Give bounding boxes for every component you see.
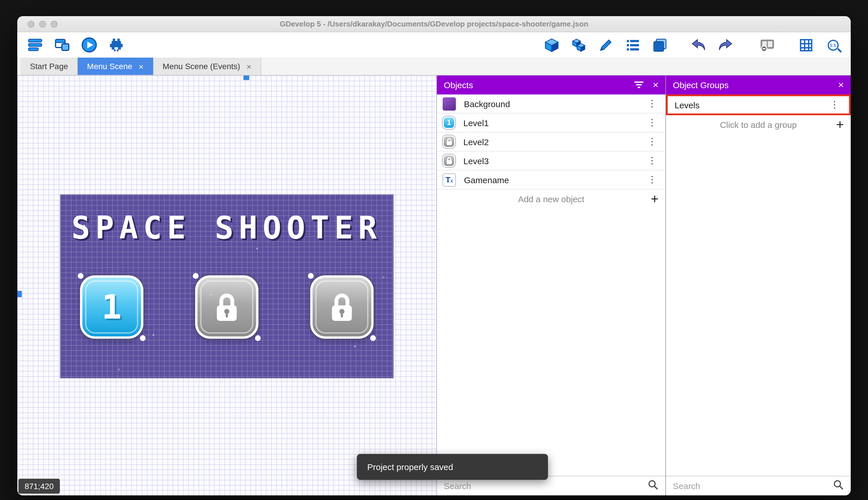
- instances-list-icon: [625, 38, 640, 52]
- object-menu-icon[interactable]: ⋮: [645, 99, 660, 108]
- add-group-row[interactable]: Click to add a group +: [666, 115, 851, 134]
- object-groups-icon: [571, 38, 586, 52]
- tab-menu-scene-events[interactable]: Menu Scene (Events) ×: [153, 58, 261, 75]
- level-buttons-row: 1: [80, 275, 374, 339]
- search-icon[interactable]: [647, 479, 658, 492]
- level3-button-sprite[interactable]: [310, 275, 374, 339]
- layers-editor-button[interactable]: [650, 36, 669, 54]
- project-manager-button[interactable]: [25, 36, 45, 54]
- group-row-levels[interactable]: Levels ⋮: [666, 94, 851, 115]
- group-menu-icon[interactable]: ⋮: [827, 100, 842, 110]
- scene-canvas[interactable]: SPACE SHOOTER 1: [17, 76, 436, 496]
- undo-icon: [690, 38, 706, 52]
- close-window-button[interactable]: [28, 21, 35, 27]
- level2-object-icon: [443, 135, 455, 148]
- zoom-window-button[interactable]: [51, 21, 58, 27]
- level1-number: 1: [102, 287, 122, 327]
- canvas-scroll-handle-top[interactable]: [244, 76, 249, 80]
- properties-button[interactable]: [596, 36, 615, 54]
- redo-icon: [717, 38, 733, 52]
- add-object-label: Add a new object: [518, 194, 584, 204]
- object-menu-icon[interactable]: ⋮: [645, 175, 660, 184]
- search-icon[interactable]: [833, 479, 844, 492]
- objects-panel-empty-area: [437, 208, 665, 476]
- object-menu-icon[interactable]: ⋮: [645, 137, 660, 146]
- preview-options-button[interactable]: [758, 36, 777, 54]
- object-menu-icon[interactable]: ⋮: [645, 118, 660, 127]
- instances-list-button[interactable]: [623, 36, 642, 54]
- objects-editor-button[interactable]: [542, 36, 561, 54]
- zoom-1-1-icon: 1:1: [828, 39, 838, 50]
- text-icon-sub: x: [450, 179, 453, 184]
- objects-search-input[interactable]: [444, 481, 643, 491]
- object-row-gamename[interactable]: Tx Gamename ⋮: [437, 171, 665, 190]
- level1-object-icon: 1: [443, 116, 455, 129]
- level3-object-icon: [443, 155, 455, 167]
- tab-label: Menu Scene (Events): [163, 61, 240, 71]
- plus-icon[interactable]: +: [651, 192, 658, 206]
- play-icon: [81, 37, 97, 53]
- debug-button[interactable]: [106, 36, 126, 54]
- close-panel-icon[interactable]: ×: [838, 80, 844, 90]
- text-icon-letter: T: [446, 176, 450, 184]
- object-row-level2[interactable]: Level2 ⋮: [437, 133, 665, 151]
- object-row-level3[interactable]: Level3 ⋮: [437, 151, 665, 171]
- add-object-row[interactable]: Add a new object +: [437, 190, 665, 208]
- plus-icon[interactable]: +: [836, 118, 844, 131]
- tab-label: Menu Scene: [87, 61, 132, 71]
- titlebar: GDevelop 5 - /Users/dkarakay/Documents/G…: [17, 16, 851, 32]
- layers-icon: [653, 38, 667, 52]
- text-object-icon: Tx: [443, 173, 456, 186]
- groups-search-input[interactable]: [673, 481, 828, 491]
- object-groups-editor-button[interactable]: [569, 36, 588, 54]
- groups-panel-title: Object Groups: [673, 80, 838, 90]
- object-row-background[interactable]: Background ⋮: [437, 94, 665, 113]
- lock-icon: [329, 291, 355, 323]
- traffic-lights: [28, 16, 58, 32]
- background-object-icon: [443, 97, 456, 110]
- toolbar: 1:1: [17, 32, 851, 58]
- groups-panel-empty-area: [666, 134, 851, 476]
- objects-panel-title: Objects: [444, 80, 634, 90]
- film-strip-minus-icon: [760, 38, 775, 52]
- filter-objects-button[interactable]: [634, 81, 644, 89]
- close-panel-icon[interactable]: ×: [653, 80, 658, 90]
- zoom-button[interactable]: 1:1: [823, 36, 843, 54]
- canvas-scroll-handle-left[interactable]: [17, 291, 22, 297]
- objects-panel: Objects × Background ⋮ 1 Level1 ⋮: [436, 76, 665, 496]
- groups-panel-header: Object Groups ×: [666, 76, 851, 94]
- tab-label: Start Page: [30, 61, 68, 71]
- mini-lock-icon: [445, 137, 453, 146]
- lock-icon: [213, 291, 240, 323]
- scene-preview[interactable]: SPACE SHOOTER 1: [60, 195, 393, 378]
- tab-start-page[interactable]: Start Page: [21, 58, 78, 75]
- object-name: Level2: [464, 137, 489, 147]
- object-menu-icon[interactable]: ⋮: [645, 156, 660, 165]
- preview-play-button[interactable]: [80, 36, 99, 54]
- tab-menu-scene[interactable]: Menu Scene ×: [78, 58, 153, 75]
- toast-notification: Project properly saved: [357, 454, 548, 480]
- grid-icon: [799, 38, 813, 52]
- undo-button[interactable]: [689, 36, 708, 54]
- level1-button-sprite[interactable]: 1: [80, 275, 143, 339]
- objects-panel-header: Objects ×: [437, 76, 665, 94]
- tab-bar: Start Page Menu Scene × Menu Scene (Even…: [17, 58, 851, 76]
- pencil-icon: [598, 38, 613, 52]
- group-name: Levels: [675, 100, 700, 110]
- toast-message: Project properly saved: [367, 462, 453, 472]
- close-tab-icon[interactable]: ×: [139, 62, 144, 70]
- level1-icon-number: 1: [447, 119, 451, 127]
- mini-lock-icon: [445, 156, 453, 165]
- object-name: Gamename: [464, 175, 509, 185]
- zoom-label: 1:1: [830, 42, 836, 47]
- minimize-window-button[interactable]: [39, 21, 46, 27]
- close-tab-icon[interactable]: ×: [246, 62, 251, 70]
- toolbar-left-group: [25, 36, 126, 54]
- gdevelop-window: GDevelop 5 - /Users/dkarakay/Documents/G…: [17, 16, 851, 496]
- scene-editor-button[interactable]: [52, 36, 72, 54]
- redo-button[interactable]: [715, 36, 735, 54]
- scene-window-icon: [55, 37, 70, 53]
- level2-button-sprite[interactable]: [195, 275, 258, 339]
- object-row-level1[interactable]: 1 Level1 ⋮: [437, 113, 665, 133]
- toggle-grid-button[interactable]: [796, 36, 816, 54]
